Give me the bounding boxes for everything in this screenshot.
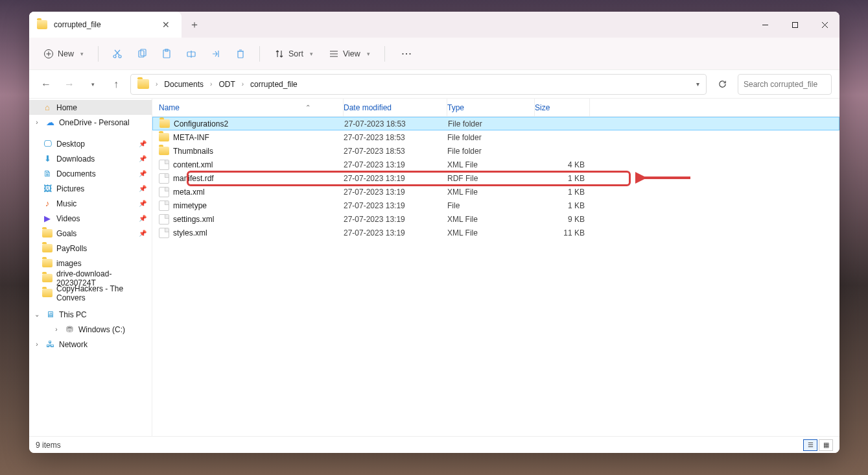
- main-panel: Name⌃ Date modified Type Size Configurat…: [152, 99, 839, 436]
- file-type: File folder: [448, 119, 535, 128]
- close-tab-button[interactable]: ✕: [158, 17, 174, 32]
- sidebar-item-onedrive-personal[interactable]: ›☁OneDrive - Personal: [29, 115, 152, 130]
- sidebar-label: images: [56, 259, 82, 268]
- sidebar-item-home[interactable]: ⌂Home: [29, 100, 152, 115]
- chevron-right-icon: ›: [240, 80, 245, 88]
- sort-button[interactable]: Sort ▾: [268, 43, 320, 65]
- sidebar-label: Goals: [56, 229, 76, 238]
- header-name[interactable]: Name⌃: [152, 99, 344, 116]
- paste-button[interactable]: [156, 43, 178, 65]
- statusbar: 9 items ☰ ▦: [29, 436, 839, 453]
- file-icon: [159, 214, 169, 225]
- file-type: XML File: [447, 215, 535, 224]
- folder-icon: [159, 119, 170, 128]
- file-icon: [159, 201, 169, 211]
- folder-icon: [159, 133, 169, 141]
- minimize-button[interactable]: [750, 12, 780, 38]
- sidebar-item-network[interactable]: ›🖧Network: [29, 337, 152, 352]
- recent-button[interactable]: ▾: [84, 75, 102, 93]
- file-row[interactable]: content.xml27-07-2023 13:19XML File4 KB: [152, 158, 839, 171]
- sidebar-item-downloads[interactable]: ⬇Downloads📌: [29, 151, 152, 166]
- sidebar-item-music[interactable]: ♪Music📌: [29, 196, 152, 211]
- sidebar-label: This PC: [59, 310, 87, 319]
- sidebar-item-videos[interactable]: ▶Videos📌: [29, 211, 152, 226]
- back-button[interactable]: ←: [37, 75, 55, 93]
- sort-indicator: ⌃: [305, 104, 311, 111]
- new-label: New: [58, 49, 74, 58]
- separator: [384, 46, 385, 62]
- header-size[interactable]: Size: [535, 99, 590, 116]
- header-date[interactable]: Date modified: [344, 99, 447, 116]
- file-row[interactable]: settings.xml27-07-2023 13:19XML File9 KB: [152, 212, 839, 226]
- sidebar-item-windows-c-[interactable]: ›⛃Windows (C:): [29, 322, 152, 337]
- file-size: 1 KB: [535, 174, 590, 183]
- file-type: XML File: [447, 228, 535, 238]
- chevron-down-icon[interactable]: ▾: [696, 80, 699, 88]
- crumb-corrupted-file[interactable]: corrupted_file: [246, 79, 301, 90]
- breadcrumb[interactable]: › Documents › ODT › corrupted_file ▾: [130, 74, 707, 95]
- sidebar-item-this-pc[interactable]: ⌄🖥This PC: [29, 307, 152, 322]
- sidebar-label: Videos: [56, 214, 80, 223]
- file-row[interactable]: mimetype27-07-2023 13:19File1 KB: [152, 199, 839, 212]
- sidebar-label: OneDrive - Personal: [59, 118, 130, 127]
- view-label: View: [343, 49, 360, 58]
- search-box[interactable]: [738, 74, 832, 95]
- pin-icon: 📌: [139, 200, 147, 207]
- music-icon: ♪: [42, 199, 53, 209]
- rename-button[interactable]: [180, 43, 202, 65]
- sidebar-item-documents[interactable]: 🗎Documents📌: [29, 166, 152, 181]
- file-date: 27-07-2023 18:53: [344, 119, 448, 128]
- pin-icon: 📌: [139, 155, 147, 162]
- delete-button[interactable]: [229, 43, 252, 65]
- desktop-icon: 🖵: [42, 139, 53, 149]
- details-view-button[interactable]: ☰: [803, 439, 817, 451]
- more-button[interactable]: ···: [393, 43, 421, 65]
- file-date: 27-07-2023 13:19: [344, 188, 447, 197]
- pin-icon: 📌: [139, 230, 147, 237]
- file-name: Thumbnails: [173, 147, 213, 156]
- downloads-icon: ⬇: [42, 154, 53, 164]
- search-input[interactable]: [744, 80, 839, 89]
- file-date: 27-07-2023 13:19: [344, 174, 447, 183]
- header-type[interactable]: Type: [447, 99, 535, 116]
- maximize-button[interactable]: [780, 12, 810, 38]
- sidebar-item-payrolls[interactable]: PayRolls: [29, 241, 152, 256]
- chevron-icon: ›: [33, 119, 41, 126]
- chevron-icon: ›: [33, 341, 41, 348]
- sidebar-item-goals[interactable]: Goals📌: [29, 226, 152, 241]
- file-name: meta.xml: [173, 188, 205, 197]
- crumb-documents[interactable]: Documents: [160, 79, 207, 90]
- file-row[interactable]: styles.xml27-07-2023 13:19XML File11 KB: [152, 226, 839, 239]
- share-button[interactable]: [205, 43, 227, 65]
- file-row[interactable]: Thumbnails27-07-2023 18:53File folder: [152, 144, 839, 158]
- sidebar-label: Home: [56, 103, 77, 112]
- icons-view-button[interactable]: ▦: [819, 439, 833, 451]
- copy-button[interactable]: [131, 43, 153, 65]
- new-button[interactable]: New ▾: [37, 43, 90, 65]
- tab-current[interactable]: corrupted_file ✕: [29, 12, 182, 38]
- refresh-button[interactable]: [712, 74, 733, 95]
- svg-line-10: [115, 50, 119, 55]
- sidebar-label: Windows (C:): [78, 325, 125, 334]
- pin-icon: 📌: [139, 140, 147, 147]
- view-button[interactable]: View ▾: [322, 43, 377, 65]
- view-toggle: ☰ ▦: [803, 439, 833, 451]
- pin-icon: 📌: [139, 170, 147, 177]
- file-row[interactable]: manifest.rdf27-07-2023 13:19RDF File1 KB: [152, 171, 839, 185]
- file-row[interactable]: meta.xml27-07-2023 13:19XML File1 KB: [152, 185, 839, 199]
- sidebar-item-desktop[interactable]: 🖵Desktop📌: [29, 136, 152, 151]
- file-row[interactable]: META-INF27-07-2023 18:53File folder: [152, 130, 839, 144]
- crumb-odt[interactable]: ODT: [215, 79, 239, 90]
- up-button[interactable]: ↑: [107, 75, 125, 93]
- forward-button[interactable]: →: [60, 75, 78, 93]
- file-row[interactable]: Configurations227-07-2023 18:53File fold…: [152, 117, 839, 130]
- separator: [98, 46, 99, 62]
- new-tab-button[interactable]: ＋: [182, 12, 207, 38]
- cut-button[interactable]: [106, 43, 128, 65]
- close-window-button[interactable]: [810, 12, 839, 38]
- tab-title: corrupted_file: [54, 20, 152, 29]
- sidebar-item-copyhackers-the-convers[interactable]: CopyHackers - The Convers: [29, 286, 152, 300]
- sidebar-item-pictures[interactable]: 🖼Pictures📌: [29, 181, 152, 196]
- sidebar-label: PayRolls: [56, 244, 87, 253]
- file-type: XML File: [447, 160, 535, 169]
